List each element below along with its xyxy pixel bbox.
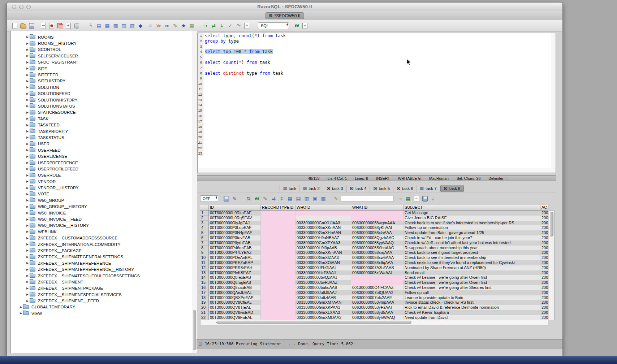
editor-line[interactable]: 18: [198, 124, 556, 130]
table-cell[interactable]: Check back to see if good target prospec…: [404, 250, 540, 255]
tree-item-vendor-history[interactable]: ▶VENDOR__HISTORY: [11, 185, 197, 191]
column-header-id[interactable]: ID: [209, 205, 261, 211]
table-cell[interactable]: 006300000058xrqAAA: [351, 250, 404, 255]
tree-item-zkfedex-shipment[interactable]: ▶ZKFEDEX__SHIPMENT: [11, 279, 197, 285]
column-header-whoid[interactable]: WHOID: [295, 205, 351, 211]
expand-triangle-icon[interactable]: ▶: [25, 224, 30, 227]
tree-item-solutionfeed[interactable]: ▶SOLUTIONFEED: [11, 91, 197, 97]
tree-item-view[interactable]: ▶VIEW: [11, 310, 197, 316]
table-cell[interactable]: [261, 240, 295, 246]
result-tab-task[interactable]: ⊠task: [280, 185, 300, 192]
tree-item-w50-invoice-feed[interactable]: ▶W50_INVOICE__FEED: [11, 216, 197, 222]
table-cell[interactable]: 00T3000000QV9FaEAL: [209, 315, 261, 320]
editor-line[interactable]: 13: [198, 98, 556, 103]
table-cell[interactable]: 00T3000000P3LopEAF: [209, 225, 261, 230]
table-cell[interactable]: [261, 295, 295, 300]
table-cell[interactable]: 00630000005QgzhAAC: [351, 235, 404, 240]
table-cell[interactable]: [351, 211, 404, 216]
table-cell[interactable]: [261, 305, 295, 310]
table-cell[interactable]: 00T3000000P3yrbEAB: [209, 240, 261, 246]
download-icon[interactable]: ↓: [430, 195, 437, 202]
view-row-icon[interactable]: 66: [253, 195, 260, 202]
table-cell[interactable]: Need update from Bain - gave go ahead 1/…: [404, 230, 540, 235]
log-icon[interactable]: ≡: [243, 22, 250, 29]
rollback-icon[interactable]: ↷: [235, 22, 242, 29]
table-cell[interactable]: 0033000000GmXM7AAN: [295, 300, 351, 305]
expand-triangle-icon[interactable]: ▶: [25, 142, 30, 146]
expand-triangle-icon[interactable]: ▶: [25, 243, 30, 246]
table-cell[interactable]: [261, 255, 295, 260]
table-cell[interactable]: Send email: [404, 270, 540, 276]
result-tab-task-3[interactable]: ⊠task 3: [323, 185, 347, 192]
table-cell[interactable]: 2008: [540, 221, 548, 226]
expand-triangle-icon[interactable]: ▶: [25, 249, 30, 252]
tree-item-user[interactable]: ▶USER: [11, 141, 197, 147]
table-cell[interactable]: [261, 265, 295, 270]
max-rows-select[interactable]: OFF▴▾: [200, 195, 218, 202]
tree-item-rooms[interactable]: ▶ROOMS: [11, 34, 197, 40]
table-cell[interactable]: 2008: [540, 290, 548, 295]
table-cell[interactable]: 006300000058ypVAAQ: [351, 240, 404, 246]
table-row[interactable]: 2200T3000000QV9FaEAL0033000000GmXMDAA300…: [200, 315, 555, 320]
result-tab-task-5[interactable]: ⊠task 5: [370, 185, 393, 192]
table-cell[interactable]: 00T3000000P47LYEAZ: [209, 250, 261, 255]
table-cell[interactable]: 00T3000000P46qnEAB: [209, 246, 261, 251]
editor-line[interactable]: 12: [198, 92, 556, 98]
tree-item-w50-group[interactable]: ▶W50_GROUP: [11, 197, 197, 203]
tree-item-solutionstatus[interactable]: ▶SOLUTIONSTATUS: [11, 103, 197, 109]
expand-triangle-icon[interactable]: ▶: [19, 306, 23, 309]
expand-triangle-icon[interactable]: ▶: [25, 73, 30, 77]
export-data-icon[interactable]: ▧: [112, 22, 119, 29]
expand-triangle-icon[interactable]: ▶: [25, 174, 30, 177]
edit-table-icon[interactable]: ▦: [104, 22, 111, 29]
table-cell[interactable]: [261, 270, 295, 276]
table-cell[interactable]: [261, 235, 295, 240]
editor-line[interactable]: 5: [198, 55, 556, 60]
table-cell[interactable]: [261, 250, 295, 255]
table-cell[interactable]: Follow up call: [404, 290, 540, 295]
table-cell[interactable]: 006300000058yKhAAI: [351, 225, 404, 230]
sort-rows-icon[interactable]: ↕: [278, 195, 285, 202]
table-row[interactable]: 2100T3000000QV8wsEAD0033000000GmXLXAA300…: [200, 310, 555, 315]
table-cell[interactable]: [261, 211, 295, 216]
expand-triangle-icon[interactable]: ▶: [25, 180, 30, 183]
table-cell[interactable]: 006300000058x9qAAA: [351, 260, 404, 265]
table-cell[interactable]: 00T3000000P3N4pEAF: [209, 230, 261, 235]
result-tab-task-2[interactable]: ⊠task 2: [300, 185, 323, 192]
tab-close-icon[interactable]: ⊠: [373, 186, 377, 191]
table-row[interactable]: 1000T3000000POeAnEAL0033000000GmXIZAA300…: [200, 255, 555, 260]
table-cell[interactable]: 0033000000GmXHnAAN: [295, 230, 351, 235]
editor-line[interactable]: 20: [198, 135, 556, 140]
expand-triangle-icon[interactable]: ▶: [25, 237, 30, 240]
grid-vscroll-thumb[interactable]: [550, 212, 553, 237]
table-cell[interactable]: 00T3000000OiyJgEAJ: [209, 221, 261, 226]
tree-item-zkfedex-package[interactable]: ▶ZKFEDEX__PACKAGE: [11, 247, 197, 254]
tree-item-zkfedex-shipmentspecialservices[interactable]: ▶ZKFEDEX__SHIPMENTSPECIALSERVICES: [11, 291, 197, 298]
table-cell[interactable]: Nominated by Shane Freeman at ANZ (HR50): [404, 265, 540, 270]
tree-item-sitehistory[interactable]: ▶SITEHISTORY: [11, 78, 197, 84]
expand-triangle-icon[interactable]: ▶: [25, 148, 30, 152]
table-cell[interactable]: Check nexis to see if they've found a re…: [404, 260, 540, 265]
column-header-ac[interactable]: AC: [540, 205, 548, 211]
refresh-results-icon[interactable]: ⇅: [245, 195, 252, 202]
table-cell[interactable]: 2008: [540, 255, 548, 260]
table-cell[interactable]: 00T3000000P3tuvEAB: [209, 235, 261, 240]
quotes-icon[interactable]: 66: [293, 22, 300, 29]
expand-triangle-icon[interactable]: ▶: [25, 92, 30, 95]
edit-icon[interactable]: ✎: [172, 22, 179, 29]
tree-item-zkfedex-customaddresssource[interactable]: ▶ZKFEDEX__CUSTOMADDRESSSOURCE: [11, 235, 197, 241]
table-cell[interactable]: 0033000000HirF8AAJ: [295, 270, 351, 276]
expand-triangle-icon[interactable]: ▶: [25, 86, 30, 89]
expand-triangle-icon[interactable]: ▶: [25, 211, 30, 214]
tree-item-rooms-history[interactable]: ▶ROOMS__HISTORY: [11, 40, 197, 46]
import-file-icon[interactable]: →: [40, 22, 47, 29]
result-tab-task-8[interactable]: ⊠task 8: [440, 185, 464, 192]
editor-horizontal-scrollbar[interactable]: [198, 169, 556, 173]
expand-triangle-icon[interactable]: ▶: [25, 54, 30, 57]
table-cell[interactable]: [261, 275, 295, 280]
table-row[interactable]: 100T3000000L0RknEAFGet Massage2008: [200, 211, 555, 216]
table-cell[interactable]: [351, 216, 404, 221]
table-cell[interactable]: 00630000007bIc2AAE: [351, 295, 404, 300]
result-tab-task-7[interactable]: ⊠task 7: [417, 185, 440, 192]
tab-close-icon[interactable]: ⊠: [444, 186, 448, 191]
